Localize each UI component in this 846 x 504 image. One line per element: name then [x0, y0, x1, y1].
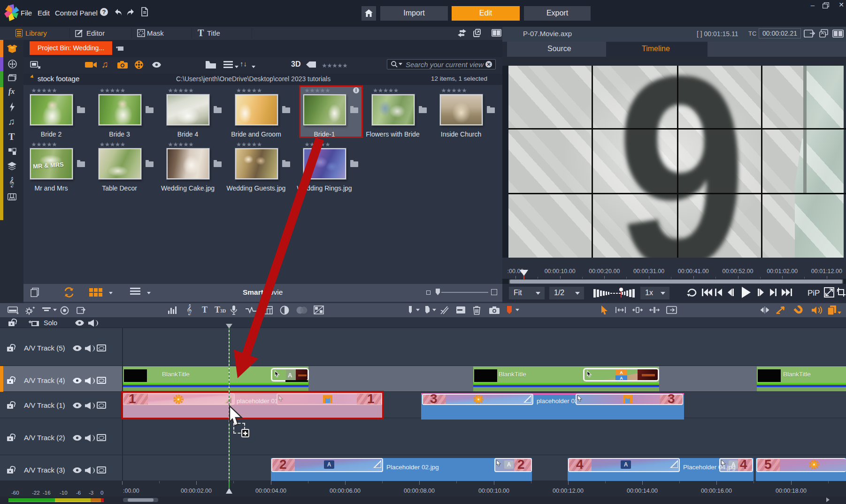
svg-text:✦: ✦ — [32, 305, 36, 310]
